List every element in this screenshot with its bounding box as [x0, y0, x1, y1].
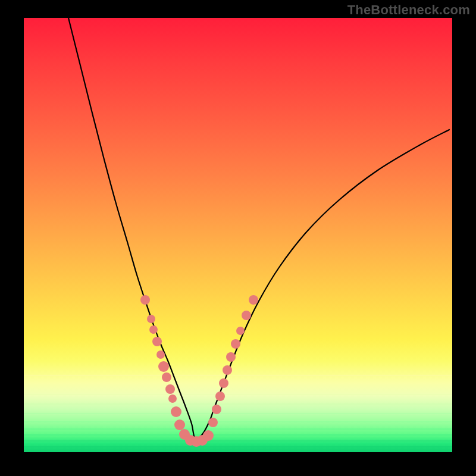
bottleneck-curve [68, 18, 449, 440]
watermark-text: TheBottleneck.com [347, 2, 470, 18]
highlight-dot [242, 311, 251, 320]
highlight-dot [215, 392, 225, 401]
chart-frame: TheBottleneck.com [0, 0, 476, 476]
highlight-dot [140, 295, 150, 305]
plot-area [24, 18, 452, 452]
highlight-dot [219, 378, 228, 388]
highlight-dot [203, 430, 214, 441]
highlight-dot [249, 295, 258, 305]
highlight-dot [156, 350, 165, 359]
highlight-dot [158, 361, 169, 372]
highlight-dots [140, 295, 258, 447]
highlight-dot [168, 394, 177, 403]
highlight-dot [165, 384, 175, 394]
highlight-dot [171, 406, 181, 417]
highlight-dot [231, 339, 240, 349]
highlight-dot [236, 327, 245, 335]
highlight-dot [208, 418, 218, 427]
curve-layer [24, 18, 452, 452]
highlight-dot [223, 365, 232, 375]
highlight-dot [162, 372, 171, 382]
highlight-dot [174, 419, 185, 430]
highlight-dot [226, 352, 236, 362]
highlight-dot [149, 325, 158, 334]
highlight-dot [147, 315, 155, 323]
highlight-dot [212, 405, 221, 414]
highlight-dot [152, 337, 162, 346]
